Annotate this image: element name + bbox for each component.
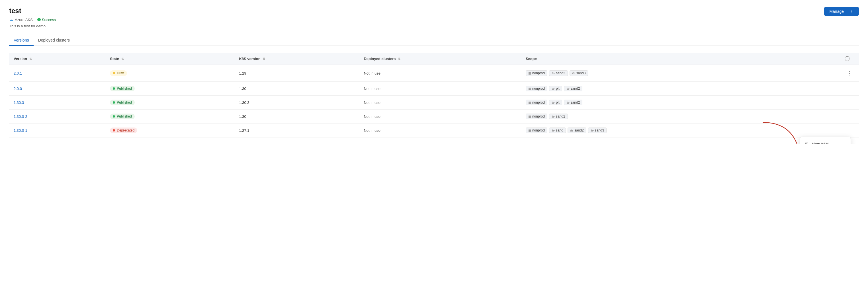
state-badge-draft: Draft (110, 70, 127, 76)
folder-icon: 🗁 (552, 71, 555, 75)
k8s-version-cell: 1.29 (235, 65, 359, 82)
version-sort-icon: ⇅ (29, 57, 32, 61)
table-row: 2.0.1 Draft 1.29 Not in use ▦nonprod 🗁sa… (9, 65, 859, 82)
cloud-label: Azure AKS (15, 18, 33, 22)
tab-deployed-clusters[interactable]: Deployed clusters (34, 35, 74, 46)
state-badge-published: Published (110, 100, 135, 105)
scope-tag: 🗁sand2 (567, 128, 586, 133)
folder-icon: 🗁 (552, 115, 555, 118)
meta-row: ☁ Azure AKS Success (9, 17, 859, 22)
table-row: 1.30.0-2 Published 1.30 Not in use ▦nonp… (9, 109, 859, 124)
folder-icon: 🗁 (552, 87, 555, 90)
version-link[interactable]: 2.0.1 (14, 71, 22, 75)
folder-icon: 🗁 (552, 129, 555, 132)
version-cell: 1.30.3 (9, 96, 105, 109)
grid-icon: ▦ (528, 115, 531, 119)
col-state[interactable]: State ⇅ (105, 53, 235, 65)
grid-icon: ▦ (528, 87, 531, 91)
folder-icon: 🗁 (566, 87, 569, 90)
table-header-row: Version ⇅ State ⇅ K8S version ⇅ Deployed… (9, 53, 859, 65)
manage-button[interactable]: Manage ⋮ (824, 7, 859, 16)
version-cell: 2.0.1 (9, 65, 105, 82)
deployed-clusters-cell: Not in use (359, 109, 521, 124)
col-actions (840, 53, 859, 65)
grid-icon: ▦ (528, 71, 531, 75)
version-link[interactable]: 1.30.0-1 (14, 128, 27, 133)
scope-cell: ▦nonprod 🗁plt 🗁sand2 (521, 96, 840, 109)
scope-tags: ▦nonprod 🗁plt 🗁sand2 (526, 100, 836, 105)
table-row: 1.30.3 Published 1.30.3 Not in use ▦nonp… (9, 96, 859, 109)
scope-tag: 🗁sand2 (549, 70, 568, 76)
scope-tags: ▦nonprod 🗁sand2 🗁sand3 (526, 70, 836, 76)
success-label: Success (42, 18, 56, 22)
state-cell: Published (105, 109, 235, 124)
scope-cell: ▦nonprod 🗁sand 🗁sand2 🗁sand3 (521, 124, 840, 137)
deployed-clusters-cell: Not in use (359, 82, 521, 96)
success-dot-icon (37, 18, 41, 21)
scope-tags: ▦nonprod 🗁sand2 (526, 113, 836, 119)
page-title: test (9, 7, 859, 15)
state-dot-red (113, 129, 115, 132)
grid-icon: ▦ (528, 101, 531, 104)
folder-icon: 🗁 (570, 129, 573, 132)
k8s-version-cell: 1.30.3 (235, 96, 359, 109)
k8s-version-cell: 1.27.1 (235, 124, 359, 137)
table-row: 2.0.0 Published 1.30 Not in use ▦nonprod… (9, 82, 859, 96)
scope-tag: 🗁sand3 (569, 70, 588, 76)
state-cell: Draft (105, 65, 235, 82)
state-cell: Published (105, 96, 235, 109)
k8s-version-cell: 1.30 (235, 109, 359, 124)
k8s-sort-icon: ⇅ (262, 57, 265, 61)
scope-tag: ▦nonprod (526, 113, 547, 119)
k8s-version-cell: 1.30 (235, 82, 359, 96)
row-actions-cell (840, 82, 859, 96)
scope-cell: ▦nonprod 🗁sand2 (521, 109, 840, 124)
row-menu-button[interactable]: ⋮ (845, 69, 854, 77)
state-dot-green (113, 115, 115, 118)
state-dot-yellow (113, 72, 115, 74)
col-k8s-version[interactable]: K8S version ⇅ (235, 53, 359, 65)
col-scope[interactable]: Scope (521, 53, 840, 65)
state-dot-green (113, 101, 115, 104)
scope-tag: 🗁plt (549, 100, 562, 105)
version-cell: 1.30.0-1 (9, 124, 105, 137)
row-actions-cell (840, 96, 859, 109)
tabs: Versions Deployed clusters (9, 35, 859, 46)
scope-tags: ▦nonprod 🗁sand 🗁sand2 🗁sand3 (526, 128, 836, 133)
state-badge-published: Published (110, 113, 135, 119)
folder-icon: 🗁 (591, 129, 594, 132)
state-dot-green (113, 88, 115, 90)
scope-tag: 🗁sand2 (549, 113, 568, 119)
folder-icon: 🗁 (552, 101, 555, 104)
state-badge-deprecated: Deprecated (110, 128, 137, 133)
state-sort-icon: ⇅ (121, 57, 124, 61)
scope-tag: 🗁sand (549, 128, 566, 133)
row-actions-cell (840, 109, 859, 124)
tab-versions[interactable]: Versions (9, 35, 34, 46)
deployed-clusters-cell: Not in use (359, 65, 521, 82)
scope-tag: ▦nonprod (526, 70, 547, 76)
state-badge-published: Published (110, 86, 135, 91)
deployed-clusters-cell: Not in use (359, 96, 521, 109)
table-row: 1.30.0-1 Deprecated 1.27.1 Not in use ▦n… (9, 124, 859, 137)
success-badge: Success (37, 18, 56, 22)
version-link[interactable]: 1.30.0-2 (14, 114, 27, 119)
scope-tag: 🗁sand2 (564, 86, 583, 91)
version-cell: 1.30.0-2 (9, 109, 105, 124)
view-yaml-label: View YAML (812, 142, 831, 144)
context-menu-item-view-yaml[interactable]: ⊞ View YAML (800, 139, 850, 144)
version-link[interactable]: 1.30.3 (14, 100, 24, 105)
version-cell: 2.0.0 (9, 82, 105, 96)
state-cell: Published (105, 82, 235, 96)
col-deployed-clusters[interactable]: Deployed clusters ⇅ (359, 53, 521, 65)
cloud-icon: ☁ (9, 17, 13, 22)
col-version[interactable]: Version ⇅ (9, 53, 105, 65)
version-link[interactable]: 2.0.0 (14, 87, 22, 91)
versions-table: Version ⇅ State ⇅ K8S version ⇅ Deployed… (9, 53, 859, 137)
scope-cell: ▦nonprod 🗁plt 🗁sand2 (521, 82, 840, 96)
folder-icon: 🗁 (566, 101, 569, 104)
context-menu: ⊞ View YAML ✎ Edit ⑂ New version ⬆ Publi… (800, 137, 851, 144)
scope-tag: ▦nonprod (526, 128, 547, 133)
table-wrapper: Version ⇅ State ⇅ K8S version ⇅ Deployed… (9, 53, 859, 137)
folder-icon: 🗁 (572, 71, 575, 75)
